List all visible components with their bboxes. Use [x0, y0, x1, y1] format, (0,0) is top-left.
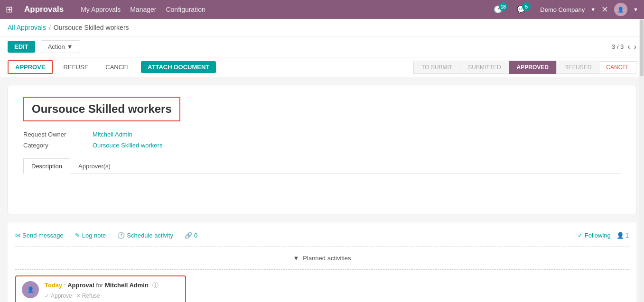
divider-top: [15, 247, 629, 247]
avatar-icon: 👤: [617, 7, 624, 13]
app-title: Approvals: [24, 5, 64, 14]
chatter-actions: ✉ Send message ✎ Log note 🕐 Schedule act…: [15, 228, 629, 243]
category-value[interactable]: Oursouce Skilled workers: [93, 142, 162, 149]
main-record-card: Oursouce Skilled workers Request Owner M…: [8, 85, 636, 214]
activity-content: Today : Approval for Mitchell Admin ⓘ ✓ …: [45, 281, 179, 299]
next-page-button[interactable]: ›: [634, 43, 636, 51]
following-button[interactable]: ✓ Following: [578, 232, 611, 239]
pagination-text: 3 / 3: [612, 43, 624, 50]
following-check-icon: ✓: [578, 232, 583, 239]
activity-buttons: ✓ Approve ✕ Refuse: [45, 293, 179, 299]
pipeline-step-approved[interactable]: APPROVED: [509, 61, 557, 74]
log-note-icon: ✎: [75, 232, 80, 239]
action-label: Action: [48, 43, 65, 50]
approve-button[interactable]: APPROVE: [8, 60, 53, 74]
activity-assignee: Mitchell Admin: [105, 282, 149, 289]
activity-title: Today : Approval for Mitchell Admin ⓘ: [45, 281, 179, 290]
activity-approve-button[interactable]: ✓ Approve: [45, 293, 72, 299]
clock-badge: 18: [499, 2, 507, 11]
chat-icon-wrapper[interactable]: 💬 5: [517, 5, 534, 14]
request-owner-label: Request Owner: [23, 131, 85, 138]
pipeline-step-refused[interactable]: REFUSED: [556, 61, 599, 74]
cancel-button[interactable]: CANCEL: [99, 61, 137, 73]
edit-button[interactable]: EDIT: [8, 41, 35, 53]
activity-type-label: Approval: [67, 282, 94, 289]
main-nav: My Approvals Manager Configuration: [81, 6, 205, 13]
record-title: Oursouce Skilled workers: [23, 97, 180, 121]
activity-item: 👤 ✓ Today : Approval for Mitchell Admin …: [15, 275, 186, 302]
user-dropdown-icon[interactable]: ▼: [633, 7, 638, 12]
pagination: 3 / 3 ‹ ›: [612, 43, 636, 51]
activity-info-icon[interactable]: ⓘ: [152, 282, 159, 289]
send-message-icon: ✉: [15, 232, 20, 239]
followers-count[interactable]: 👤 1: [616, 232, 629, 239]
breadcrumb: All Approvals / Oursouce Skilled workers: [0, 19, 644, 37]
navbar: ⊞ Approvals My Approvals Manager Configu…: [0, 0, 644, 19]
navbar-right: 🕐 18 💬 5 Demo Company ▼ ✕ 👤 ▼: [494, 3, 638, 16]
close-button[interactable]: ✕: [601, 4, 608, 15]
breadcrumb-parent[interactable]: All Approvals: [8, 24, 46, 31]
pipeline-step-to-submit[interactable]: TO SUBMIT: [413, 61, 460, 74]
chat-badge: 5: [522, 2, 531, 11]
action-button[interactable]: Action ▼: [41, 40, 80, 53]
schedule-activity-button[interactable]: 🕐 Schedule activity: [117, 232, 173, 239]
tab-description[interactable]: Description: [23, 158, 70, 174]
request-owner-field: Request Owner Mitchell Admin: [23, 131, 621, 138]
chatter-right: ✓ Following 👤 1: [578, 232, 629, 239]
nav-manager[interactable]: Manager: [130, 6, 156, 13]
category-field: Category Oursouce Skilled workers: [23, 142, 621, 149]
followers-icon: 👤: [616, 232, 624, 239]
link-icon: 🔗: [185, 232, 192, 239]
schedule-activity-icon: 🕐: [117, 232, 125, 239]
scrollbar[interactable]: [639, 19, 644, 302]
action-row: APPROVE REFUSE CANCEL ATTACH DOCUMENT TO…: [0, 57, 644, 77]
scrollbar-thumb[interactable]: [640, 19, 644, 76]
company-dropdown-icon[interactable]: ▼: [590, 7, 596, 12]
attach-document-button[interactable]: ATTACH DOCUMENT: [141, 61, 216, 73]
avatar-icon: 👤: [27, 286, 34, 293]
refuse-button[interactable]: REFUSE: [57, 61, 95, 73]
tab-approvers[interactable]: Approver(s): [70, 158, 119, 174]
send-message-button[interactable]: ✉ Send message: [15, 232, 64, 239]
pipeline-step-submitted[interactable]: SUBMITTED: [460, 61, 509, 74]
clock-icon-wrapper[interactable]: 🕐 18: [494, 5, 511, 14]
prev-page-button[interactable]: ‹: [627, 43, 630, 51]
tabs-bar: Description Approver(s): [23, 158, 621, 174]
activity-refuse-button[interactable]: ✕ Refuse: [76, 293, 100, 299]
divider-bottom: [15, 269, 629, 270]
activity-approve-icon: ✓: [45, 293, 49, 299]
planned-activities-label: Planned activities: [303, 255, 351, 262]
nav-my-approvals[interactable]: My Approvals: [81, 6, 121, 13]
status-pipeline: TO SUBMIT SUBMITTED APPROVED REFUSED CAN…: [413, 61, 636, 74]
toolbar: EDIT Action ▼ 3 / 3 ‹ ›: [0, 37, 644, 57]
grid-icon[interactable]: ⊞: [6, 4, 13, 15]
activity-avatar: 👤: [22, 281, 39, 298]
link-button[interactable]: 🔗 0: [185, 232, 197, 239]
nav-configuration[interactable]: Configuration: [166, 6, 205, 13]
breadcrumb-current: Oursouce Skilled workers: [54, 24, 129, 31]
activity-for: for: [96, 282, 103, 289]
chatter-area: ✉ Send message ✎ Log note 🕐 Schedule act…: [8, 222, 636, 302]
breadcrumb-separator: /: [49, 24, 51, 31]
request-owner-value[interactable]: Mitchell Admin: [93, 131, 132, 138]
activity-today: Today: [45, 282, 62, 289]
planned-activities-section: ▼ Planned activities: [15, 251, 629, 265]
planned-activities-icon: ▼: [293, 255, 299, 262]
action-dropdown-icon: ▼: [67, 43, 73, 50]
company-selector[interactable]: Demo Company: [540, 6, 585, 13]
log-note-button[interactable]: ✎ Log note: [75, 232, 106, 239]
category-label: Category: [23, 142, 85, 149]
tab-content-description: [23, 174, 621, 202]
user-avatar[interactable]: 👤: [614, 3, 627, 16]
activity-refuse-icon: ✕: [76, 293, 81, 299]
pipeline-cancel-button[interactable]: CANCEL: [599, 61, 636, 73]
